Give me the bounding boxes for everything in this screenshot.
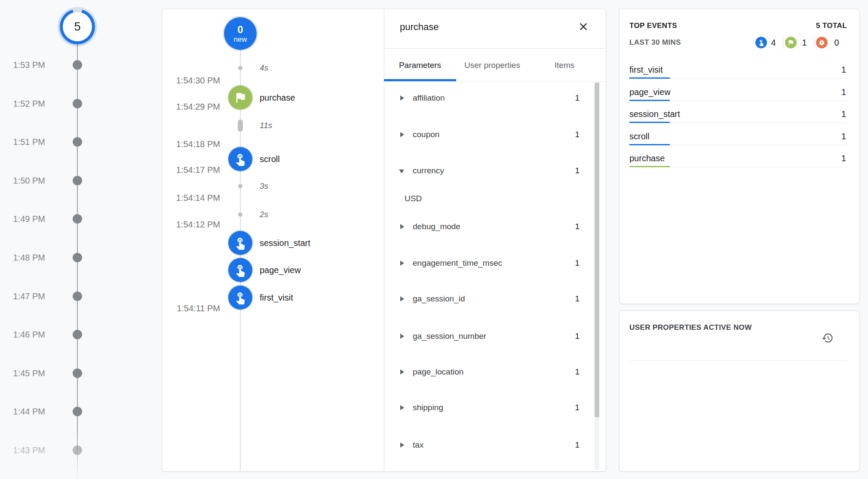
param-name[interactable]: tax xyxy=(413,440,423,450)
param-name[interactable]: shipping xyxy=(413,403,443,412)
top-event-count: 1 xyxy=(803,87,846,97)
param-name[interactable]: ga_session_number xyxy=(413,332,486,341)
param-count: 1 xyxy=(537,222,580,231)
param-count: 1 xyxy=(537,440,580,450)
stream-event-label[interactable]: scroll xyxy=(260,154,280,164)
stream-timestamp: 1:54:11 PM xyxy=(169,304,220,313)
user-properties-divider xyxy=(629,360,847,361)
new-events-label: new xyxy=(233,35,247,43)
top-event-name: page_view xyxy=(629,87,671,97)
counter-value: 1 xyxy=(798,38,811,48)
minute-dot[interactable] xyxy=(73,60,82,70)
top-event-name: purchase xyxy=(629,154,665,163)
chevron-right-icon[interactable] xyxy=(400,95,404,101)
minute-label: 1:48 PM xyxy=(9,253,45,263)
param-name[interactable]: page_location xyxy=(413,367,463,377)
flag-icon xyxy=(785,37,797,49)
param-name[interactable]: engagement_time_msec xyxy=(413,258,502,268)
top-event-bar xyxy=(629,144,670,145)
flag-icon[interactable] xyxy=(228,86,252,110)
top-event-bar xyxy=(629,77,670,79)
top-event-count: 1 xyxy=(803,154,846,163)
close-icon[interactable] xyxy=(577,21,589,33)
param-name[interactable]: debug_mode xyxy=(413,222,460,231)
stream-timestamp: 1:54:12 PM xyxy=(169,220,220,230)
stream-timestamp: 1:54:14 PM xyxy=(169,193,220,203)
minute-label: 1:46 PM xyxy=(9,330,45,340)
top-event-bar xyxy=(629,166,670,167)
minute-label: 1:52 PM xyxy=(9,99,45,109)
chevron-right-icon[interactable] xyxy=(400,224,404,229)
chevron-right-icon[interactable] xyxy=(400,132,404,137)
minute-dot[interactable] xyxy=(73,99,82,108)
stream-timestamp: 1:54:29 PM xyxy=(169,102,220,112)
minute-dot[interactable] xyxy=(73,445,82,455)
minute-label: 1:53 PM xyxy=(9,60,45,70)
stream-event-label[interactable]: purchase xyxy=(260,93,295,103)
param-name[interactable]: affiliation xyxy=(413,93,445,103)
tab-parameters[interactable]: Parameters xyxy=(384,49,456,82)
counter-divider xyxy=(783,36,783,49)
param-count: 1 xyxy=(537,93,580,103)
param-count: 1 xyxy=(537,130,580,139)
top-event-count: 1 xyxy=(803,65,846,75)
touch-icon[interactable] xyxy=(228,258,252,282)
minute-dot[interactable] xyxy=(73,253,82,262)
chevron-right-icon[interactable] xyxy=(400,296,404,301)
new-events-count: 0 xyxy=(237,24,243,35)
minute-label: 1:44 PM xyxy=(9,407,45,417)
minute-dot[interactable] xyxy=(73,407,82,416)
tab-user-properties[interactable]: User properties xyxy=(456,49,528,82)
gap-duration-label: 3s xyxy=(260,181,268,191)
chevron-right-icon[interactable] xyxy=(400,405,404,410)
new-events-badge[interactable]: 0 new xyxy=(224,17,257,50)
top-event-name: session_start xyxy=(629,109,680,119)
param-count: 1 xyxy=(537,367,580,377)
tabs-bottom-border xyxy=(384,81,605,82)
stream-timestamp: 1:54:30 PM xyxy=(169,76,220,86)
touch-icon[interactable] xyxy=(228,231,252,255)
minute-dot[interactable] xyxy=(73,137,82,147)
param-count: 1 xyxy=(537,166,580,175)
gap-duration-label: 2s xyxy=(260,210,268,219)
stream-event-label[interactable]: page_view xyxy=(260,265,301,275)
minute-dot[interactable] xyxy=(73,214,82,224)
param-name[interactable]: ga_session_id xyxy=(413,294,465,304)
param-value: USD xyxy=(405,194,422,203)
detail-scrollbar-thumb[interactable] xyxy=(595,83,599,417)
param-name[interactable]: currency xyxy=(413,166,444,175)
minute-label: 1:43 PM xyxy=(9,445,45,455)
chevron-right-icon[interactable] xyxy=(400,442,404,448)
minute-dot[interactable] xyxy=(73,330,82,339)
minute-label: 1:47 PM xyxy=(9,292,45,301)
top-events-title: TOP EVENTS xyxy=(629,21,677,30)
minute-event-counter: 5 xyxy=(60,9,95,44)
stream-event-label[interactable]: session_start xyxy=(260,238,310,248)
top-event-row-divider xyxy=(670,167,847,167)
top-events-total: 5 TOTAL xyxy=(761,21,847,30)
stream-event-label[interactable]: first_visit xyxy=(260,293,293,303)
param-name[interactable]: coupon xyxy=(413,130,439,139)
counter-value: 4 xyxy=(767,38,780,48)
top-event-bar xyxy=(629,122,670,123)
minute-dot[interactable] xyxy=(73,368,82,378)
chevron-down-icon[interactable] xyxy=(399,169,404,173)
tab-items[interactable]: Items xyxy=(528,49,601,82)
top-event-row-divider xyxy=(670,78,847,79)
counter-value: 0 xyxy=(830,38,843,48)
minute-label: 1:49 PM xyxy=(9,214,45,224)
minute-dot[interactable] xyxy=(73,176,82,185)
touch-icon[interactable] xyxy=(228,286,252,310)
minute-dot[interactable] xyxy=(73,292,82,301)
history-icon[interactable] xyxy=(822,332,834,344)
gap-duration-marker xyxy=(238,212,242,217)
chevron-right-icon[interactable] xyxy=(400,261,404,266)
param-count: 1 xyxy=(537,332,580,341)
gap-duration-marker xyxy=(238,120,243,132)
stream-timestamp: 1:54:17 PM xyxy=(169,165,220,175)
chevron-right-icon[interactable] xyxy=(400,369,404,375)
touch-icon[interactable] xyxy=(228,147,252,171)
gap-duration-marker xyxy=(238,184,242,188)
top-events-subtitle: LAST 30 MINS xyxy=(629,38,681,47)
chevron-right-icon[interactable] xyxy=(400,334,404,339)
